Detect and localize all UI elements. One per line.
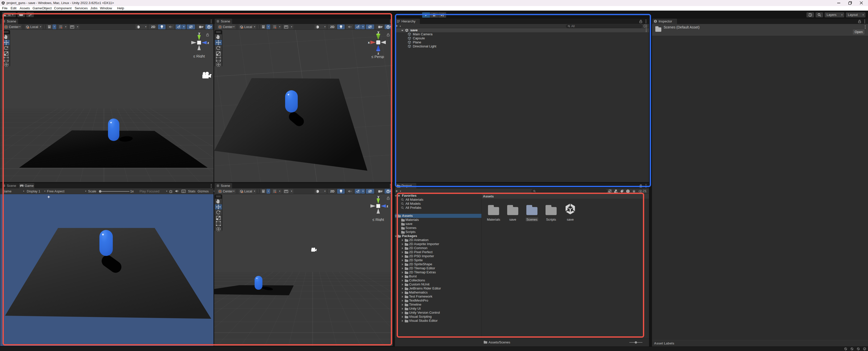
svg-text:≤ Right: ≤ Right bbox=[193, 54, 205, 58]
svg-text:Y: Y bbox=[263, 27, 264, 29]
svg-text:x: x bbox=[368, 41, 370, 44]
svg-text:y: y bbox=[377, 30, 379, 34]
svg-text:y: y bbox=[198, 31, 200, 35]
svg-text:y: y bbox=[377, 195, 379, 198]
svg-text:z: z bbox=[386, 204, 388, 208]
svg-text:z: z bbox=[208, 41, 209, 44]
svg-text:Y: Y bbox=[49, 27, 50, 29]
svg-text:Y: Y bbox=[263, 191, 264, 193]
svg-text:≤ Persp: ≤ Persp bbox=[371, 55, 384, 59]
svg-text:≤ Right: ≤ Right bbox=[372, 218, 384, 221]
